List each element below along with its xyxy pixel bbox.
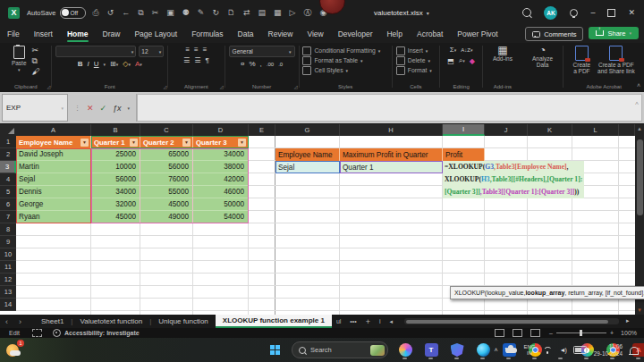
row-header-8[interactable]: 8	[0, 223, 16, 236]
taskbar-app-defender[interactable]	[448, 341, 466, 360]
active-formula-cell[interactable]: =XLOOKUP(G3,Table3[Employee Name],XLOOKU…	[443, 161, 584, 198]
copy-icon[interactable]: ⧉	[138, 8, 143, 18]
battery-icon[interactable]	[573, 346, 587, 354]
row-header-3[interactable]: 3	[0, 161, 16, 173]
screenshot-icon[interactable]: ▤	[258, 8, 267, 17]
cell-D7[interactable]: 54000	[193, 211, 249, 223]
close-button[interactable]: ✕	[628, 8, 635, 17]
lightbulb-icon[interactable]	[570, 9, 578, 17]
minimize-button[interactable]: –	[590, 8, 595, 17]
cut-icon[interactable]: ✂	[32, 46, 40, 55]
language-indicator[interactable]: ENG IN	[524, 344, 536, 356]
cell-styles-button[interactable]: Cell Styles▾	[302, 65, 348, 75]
conditional-formatting-button[interactable]: Conditional Formatting▾	[302, 46, 380, 55]
cell-A7[interactable]: Ryaan	[16, 211, 91, 223]
taskbar-app-edge[interactable]	[474, 341, 492, 360]
cell-A2[interactable]: David Joseph	[16, 148, 91, 161]
column-header-K[interactable]: K	[528, 124, 572, 136]
redo-icon[interactable]: ↻	[212, 8, 219, 17]
font-name-select[interactable]: ▾	[55, 46, 136, 57]
filter-dropdown-icon[interactable]: ▼	[80, 139, 89, 147]
table1-header-A1[interactable]: Employee Name▼	[16, 136, 91, 148]
fill-color-icon[interactable]: ◇▾	[123, 60, 131, 68]
paste-button[interactable]: Paste▾	[12, 46, 27, 76]
analyze-data-button[interactable]: ◔ Analyze Data	[526, 46, 560, 68]
cell-G3[interactable]: Sejal	[275, 161, 340, 173]
onedrive-icon[interactable]	[505, 348, 517, 353]
insert-cells-button[interactable]: Insert▾	[396, 46, 428, 55]
tab-file[interactable]: File	[0, 25, 27, 43]
column-header-D[interactable]: D	[193, 124, 249, 136]
dialog-launcher-icon[interactable]: ◿	[163, 84, 166, 89]
row-header-5[interactable]: 5	[0, 186, 16, 198]
macro-record-icon[interactable]	[32, 329, 42, 337]
accessibility-status[interactable]: Accessibility: Investigate	[64, 330, 140, 336]
sheet-tab-sheet1[interactable]: Sheet1	[34, 315, 71, 328]
tab-page-layout[interactable]: Page Layout	[127, 25, 184, 43]
filter-dropdown-icon[interactable]: ▼	[238, 139, 246, 147]
play-icon[interactable]: ▷	[290, 8, 296, 17]
grid-icon[interactable]: ▦	[274, 8, 282, 17]
tab-acrobat[interactable]: Acrobat	[410, 25, 450, 43]
clock[interactable]: 11:06 29-10-2024	[594, 343, 623, 357]
tab-view[interactable]: View	[300, 25, 330, 43]
notifications-icon[interactable]	[630, 347, 639, 354]
column-header-G[interactable]: G	[275, 124, 340, 136]
back-icon[interactable]: ←	[122, 8, 130, 17]
hscroll-right-icon[interactable]: ▸	[626, 317, 630, 324]
format-cells-button[interactable]: Format▾	[396, 65, 432, 75]
cell-B3[interactable]: 10000	[91, 161, 140, 173]
decrease-decimal-icon[interactable]: .0	[278, 62, 283, 67]
document-icon[interactable]: 🗋	[227, 8, 235, 17]
lock-icon[interactable]: Ⓐ	[303, 7, 311, 19]
restore-button[interactable]	[607, 9, 615, 17]
tab-insert[interactable]: Insert	[27, 25, 60, 43]
cell-B5[interactable]: 34000	[91, 186, 140, 198]
horizontal-scroll-thumb[interactable]	[406, 320, 608, 324]
addins-button[interactable]: ▦ Add-ins	[493, 46, 513, 62]
zoom-out-button[interactable]: –	[549, 330, 553, 336]
clear-icon[interactable]: ◆	[470, 57, 475, 65]
cell-C7[interactable]: 49000	[140, 211, 193, 223]
column-header-H[interactable]: H	[340, 124, 443, 136]
find-select-icon[interactable]: ⌕▾	[459, 56, 465, 65]
row-header-7[interactable]: 7	[0, 211, 16, 223]
clipped-tab-label[interactable]: ul	[332, 318, 345, 324]
cancel-entry-button[interactable]: ✕	[87, 104, 94, 113]
hscroll-left-icon[interactable]: ◂	[386, 318, 398, 325]
align-center-icon[interactable]: ☰	[194, 56, 200, 64]
copy-icon[interactable]: ⧉	[32, 56, 40, 65]
cell-D4[interactable]: 42000	[193, 173, 249, 186]
cell-B4[interactable]: 56000	[91, 173, 140, 186]
table2-header-G2[interactable]: Employee Name	[275, 148, 340, 161]
volume-icon[interactable]: ◄)	[560, 347, 566, 353]
tab-formulas[interactable]: Formulas	[184, 25, 230, 43]
cell-D3[interactable]: 38000	[193, 161, 249, 173]
format-as-table-button[interactable]: Format as Table▾	[302, 55, 362, 65]
page-break-view-icon[interactable]	[530, 329, 540, 337]
italic-button[interactable]: I	[88, 60, 89, 68]
zoom-slider-thumb[interactable]	[580, 330, 582, 336]
column-header-A[interactable]: A	[16, 124, 91, 136]
font-color-icon[interactable]: A▾	[135, 60, 142, 68]
row-header-1[interactable]: 1	[0, 136, 16, 148]
sheet-tab-valuetotext-function[interactable]: Valuetotext function	[72, 315, 149, 328]
sheet-info-icon[interactable]: i	[375, 318, 386, 324]
cell-C5[interactable]: 55000	[140, 186, 193, 198]
tray-expand-icon[interactable]: ˄	[494, 347, 497, 353]
align-bottom-icon[interactable]: ≡	[203, 46, 208, 54]
row-header-9[interactable]: 9	[0, 236, 16, 248]
wrap-text-icon[interactable]: ¶	[205, 56, 208, 64]
bold-button[interactable]: B	[78, 60, 83, 68]
autosum-icon[interactable]: Σ▾	[450, 46, 456, 54]
taskbar-search[interactable]: Search	[292, 341, 388, 358]
align-left-icon[interactable]: ☰	[183, 56, 190, 64]
save-icon[interactable]: ⎙	[93, 8, 99, 18]
page-layout-view-icon[interactable]	[513, 329, 522, 337]
horizontal-scrollbar[interactable]	[404, 318, 619, 324]
taskbar-app-copilot[interactable]	[396, 341, 414, 360]
sheet-nav-left-icon[interactable]: ‹	[0, 317, 13, 326]
confirm-entry-button[interactable]: ✓	[100, 104, 107, 113]
column-header-I[interactable]: I	[443, 124, 485, 136]
cell-C4[interactable]: 76000	[140, 173, 193, 186]
